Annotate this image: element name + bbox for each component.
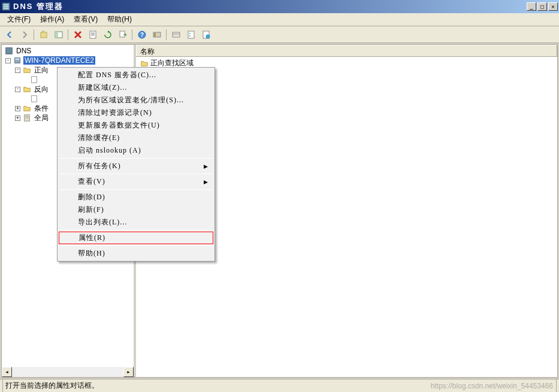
scroll-left-button[interactable]: ◄ [2,367,12,377]
back-button[interactable] [2,28,16,41]
collapse-toggle[interactable]: - [15,68,20,73]
svg-rect-27 [32,96,37,102]
tool-button-3[interactable] [184,28,198,41]
svg-point-22 [206,35,210,38]
tree-reverse-label: 反向 [33,84,50,95]
forward-button[interactable] [17,28,31,41]
submenu-arrow-icon: ▶ [204,163,209,169]
close-button[interactable]: ✕ [548,2,558,11]
tree-global-label: 全局 [33,113,50,123]
list-header-name[interactable]: 名称 [136,45,557,56]
tool-button-4[interactable] [199,28,213,41]
ctx-all-tasks[interactable]: 所有任务(K)▶ [59,160,213,172]
folder-icon [22,84,32,94]
svg-rect-26 [32,77,37,83]
svg-rect-6 [55,32,58,38]
show-hide-button[interactable] [52,28,65,41]
toolbar-separator [34,29,34,40]
statusbar: 打开当前选择的属性对话框。 https://blog.csdn.net/weix… [0,379,559,392]
ctx-clear-cache[interactable]: 清除缓存(E) [59,132,213,144]
ctx-delete[interactable]: 删除(D) [59,191,213,203]
ctx-help[interactable]: 帮助(H) [59,247,213,260]
tree-server-label: WIN-7QRDANTECE2 [23,56,95,65]
ctx-new-zone[interactable]: 新建区域(Z)... [59,81,213,94]
zone-icon [29,94,39,104]
svg-rect-23 [6,48,13,54]
toolbar-separator [166,29,167,40]
toolbar: ? [0,26,559,43]
tree-forward-label: 正向 [33,65,50,75]
ctx-set-aging[interactable]: 为所有区域设置老化/清理(S)... [59,94,213,107]
ctx-update-files[interactable]: 更新服务器数据文件(U) [59,119,213,132]
ctx-all-tasks-label: 所有任务(K) [78,161,121,171]
submenu-arrow-icon: ▶ [204,179,209,185]
svg-point-20 [189,35,191,37]
svg-rect-16 [173,32,180,37]
tool-button-1[interactable] [150,28,164,41]
menu-action[interactable]: 操作(A) [35,13,69,26]
tool-button-2[interactable] [169,28,183,41]
ctx-properties[interactable]: 属性(R) [59,232,213,244]
ctx-configure-dns[interactable]: 配置 DNS 服务器(C)... [59,69,213,81]
collapse-toggle[interactable]: - [15,87,20,92]
tree-root-dns[interactable]: DNS [3,46,132,56]
svg-rect-4 [41,32,47,38]
context-menu-separator [60,245,212,246]
window-title: DNS 管理器 [13,1,527,12]
export-button[interactable] [116,28,129,41]
dns-icon [4,46,14,56]
svg-rect-15 [154,33,156,37]
scroll-right-button[interactable]: ► [123,367,134,377]
tree-root-label: DNS [15,47,32,55]
svg-text:?: ? [140,32,143,38]
menu-view[interactable]: 查看(V) [69,13,102,26]
log-icon [22,113,32,123]
svg-rect-25 [16,59,20,60]
server-icon [13,56,22,65]
delete-button[interactable] [71,28,84,41]
svg-rect-7 [90,31,96,38]
ctx-scavenge[interactable]: 清除过时资源记录(N) [59,107,213,119]
watermark: https://blog.csdn.net/weixin_54453466 [431,382,553,390]
refresh-button[interactable] [101,28,114,41]
expand-toggle[interactable]: + [15,106,20,111]
maximize-button[interactable]: □ [537,2,547,11]
toolbar-separator [68,29,68,40]
scroll-track[interactable] [12,367,123,377]
context-menu-separator [60,174,212,174]
svg-rect-11 [120,31,125,37]
properties-button[interactable] [86,28,99,41]
menu-help[interactable]: 帮助(H) [102,13,137,26]
toolbar-separator [132,29,132,40]
ctx-export-list[interactable]: 导出列表(L)... [59,216,213,229]
context-menu: 配置 DNS 服务器(C)... 新建区域(Z)... 为所有区域设置老化/清理… [57,67,215,262]
ctx-view[interactable]: 查看(V)▶ [59,175,213,188]
ctx-refresh[interactable]: 刷新(F) [59,203,213,216]
zone-icon [29,75,39,84]
tree-server[interactable]: - WIN-7QRDANTECE2 [3,56,132,65]
minimize-button[interactable]: _ [527,2,536,11]
folder-icon [22,104,32,113]
ctx-launch-nslookup[interactable]: 启动 nslookup (A) [59,144,213,157]
svg-rect-18 [188,31,194,38]
context-menu-separator [60,158,212,159]
context-menu-separator [60,230,212,230]
svg-point-19 [189,33,191,34]
menu-file[interactable]: 文件(F) [2,13,35,26]
ctx-view-label: 查看(V) [78,177,105,187]
app-icon [1,2,11,11]
list-header: 名称 [136,45,557,57]
expand-toggle[interactable]: + [15,116,20,121]
horizontal-scrollbar[interactable]: ◄ ► [2,367,134,377]
collapse-toggle[interactable]: - [5,58,11,63]
menubar: 文件(F) 操作(A) 查看(V) 帮助(H) [0,13,559,26]
context-menu-separator [60,189,212,190]
tree-conditional-label: 条件 [33,104,50,114]
window-controls: _ □ ✕ [527,2,558,11]
up-button[interactable] [37,28,50,41]
help-button[interactable]: ? [135,28,149,41]
titlebar: DNS 管理器 _ □ ✕ [0,0,559,13]
folder-icon [22,65,32,75]
